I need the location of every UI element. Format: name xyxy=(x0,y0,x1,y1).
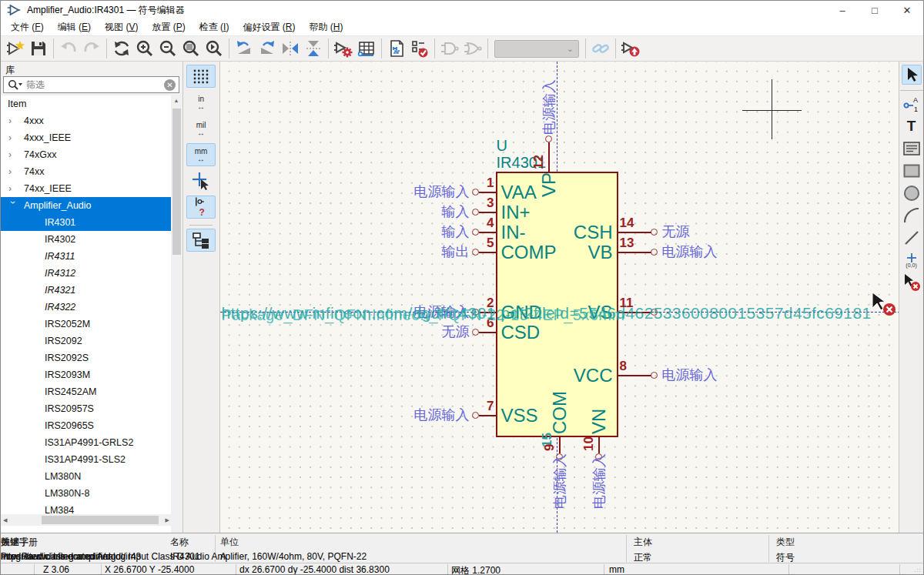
export-symbol-button[interactable] xyxy=(619,38,642,59)
pin-9-number[interactable]: 9 xyxy=(543,444,557,451)
tree-item-74xx_IEEE[interactable]: ›74xx_IEEE xyxy=(1,180,172,197)
symbol-properties-button[interactable] xyxy=(332,38,355,59)
library-filter-input[interactable] xyxy=(26,79,164,90)
pin-4-line[interactable] xyxy=(479,232,496,233)
pin-12-circle[interactable] xyxy=(545,135,552,142)
pin-13-name[interactable]: VB xyxy=(521,242,613,262)
line-tool[interactable] xyxy=(902,228,922,248)
pin-7-type-label[interactable]: 电源输入 xyxy=(317,408,470,422)
zoom-selection-button[interactable] xyxy=(203,38,226,59)
text-tool[interactable]: T xyxy=(902,116,922,136)
pin-3-type-label[interactable]: 输入 xyxy=(317,205,470,219)
pin-5-type-label[interactable]: 输出 xyxy=(317,245,470,259)
clear-filter-icon[interactable]: ✕ xyxy=(164,79,176,91)
tree-item-IR4302[interactable]: IR4302 xyxy=(1,231,172,248)
pin-8-line[interactable] xyxy=(618,375,651,376)
pin-14-name[interactable]: CSH xyxy=(521,222,613,242)
mirror-vertical-button[interactable] xyxy=(302,38,325,59)
sync-pins-button[interactable] xyxy=(589,38,612,59)
tree-item-IR4301[interactable]: IR4301 xyxy=(1,214,172,231)
tree-item-IS31AP4991-GRLS2[interactable]: IS31AP4991-GRLS2 xyxy=(1,434,172,451)
units-inches-button[interactable]: in↔ xyxy=(186,91,216,114)
tree-item-IRS2052M[interactable]: IRS2052M xyxy=(1,316,172,333)
pin-tool[interactable]: A1 xyxy=(902,94,922,114)
demorgan-standard-button[interactable] xyxy=(438,38,461,59)
menu-R[interactable]: 偏好设置 (R) xyxy=(236,19,302,35)
tree-item-IR4322[interactable]: IR4322 xyxy=(1,299,172,316)
close-button[interactable]: ✕ xyxy=(891,1,923,19)
pin-7-name[interactable]: VSS xyxy=(501,406,538,426)
menu-I[interactable]: 检查 (I) xyxy=(192,19,236,35)
symbol-reference[interactable]: U xyxy=(497,137,507,155)
expander-icon[interactable]: › xyxy=(8,132,18,143)
pin-6-line[interactable] xyxy=(479,332,496,333)
select-tool[interactable] xyxy=(902,65,922,85)
pin-13-number[interactable]: 13 xyxy=(620,236,648,250)
pin-4-type-label[interactable]: 输入 xyxy=(317,225,470,239)
pin-4-number[interactable]: 4 xyxy=(471,216,494,230)
textbox-tool[interactable] xyxy=(902,139,922,159)
pin-14-line[interactable] xyxy=(618,232,651,233)
pin-10-line[interactable] xyxy=(598,437,600,453)
pin-13-circle[interactable] xyxy=(651,249,658,256)
zoom-in-button[interactable] xyxy=(133,38,156,59)
demorgan-alternate-button[interactable] xyxy=(461,38,484,59)
vscroll-thumb[interactable] xyxy=(172,109,181,255)
tree-item-IRS20965S[interactable]: IRS20965S xyxy=(1,417,172,434)
new-symbol-button[interactable] xyxy=(4,38,27,59)
hscroll-thumb[interactable] xyxy=(42,516,159,524)
pin-5-line[interactable] xyxy=(479,252,496,253)
pin-1-type-label[interactable]: 电源输入 xyxy=(317,185,470,199)
refresh-view-button[interactable] xyxy=(110,38,133,59)
datasheet-button[interactable] xyxy=(385,38,408,59)
circle-tool[interactable] xyxy=(902,183,922,203)
pin-14-number[interactable]: 14 xyxy=(620,216,648,230)
pin-3-line[interactable] xyxy=(479,212,496,213)
pin-9-line[interactable] xyxy=(559,437,561,453)
unit-select[interactable]: ⌄ xyxy=(494,40,579,58)
tree-item-Amplifier_Audio[interactable]: ›Amplifier_Audio xyxy=(1,197,172,214)
rotate-cw-button[interactable] xyxy=(256,38,279,59)
pin-12-number[interactable]: 12 xyxy=(532,155,546,169)
pin-3-name[interactable]: IN+ xyxy=(501,202,531,222)
grid-toggle-button[interactable] xyxy=(186,65,216,88)
cursor-shape-button[interactable] xyxy=(186,169,216,192)
pin-10-type-label[interactable]: 电源输入 xyxy=(592,453,606,509)
tree-item-LM380N[interactable]: LM380N xyxy=(1,468,172,485)
menu-V[interactable]: 视图 (V) xyxy=(98,19,145,35)
erc-check-button[interactable] xyxy=(408,38,431,59)
expander-icon[interactable]: › xyxy=(8,201,18,210)
redo-button[interactable] xyxy=(80,38,103,59)
tree-item-IS31AP4991-SLS2[interactable]: IS31AP4991-SLS2 xyxy=(1,451,172,468)
units-mils-button[interactable]: mil↔ xyxy=(186,117,216,140)
pin-9-type-label[interactable]: 电源输入 xyxy=(553,453,567,509)
tree-item-4xxx_IEEE[interactable]: ›4xxx_IEEE xyxy=(1,129,172,146)
rotate-ccw-button[interactable] xyxy=(233,38,256,59)
delete-tool[interactable] xyxy=(902,272,922,293)
minimize-button[interactable]: – xyxy=(826,1,859,19)
pin-8-circle[interactable] xyxy=(651,372,658,379)
pin-6-type-label[interactable]: 无源 xyxy=(317,325,470,339)
pin-7-line[interactable] xyxy=(479,415,496,416)
tree-item-IR4321[interactable]: IR4321 xyxy=(1,282,172,299)
pin-electrical-type-toggle[interactable]: ? xyxy=(186,196,216,219)
pin-5-number[interactable]: 5 xyxy=(471,236,494,250)
tree-item-4xxx[interactable]: ›4xxx xyxy=(1,112,172,129)
pin-6-name[interactable]: CSD xyxy=(501,323,541,343)
pin-9-name[interactable]: COM xyxy=(550,391,570,434)
pin-13-line[interactable] xyxy=(618,252,651,253)
editor-canvas[interactable]: U IR4301 1VAA电源输入3IN+输入4IN-输入5COMP输出2GND… xyxy=(220,62,899,533)
expander-icon[interactable]: › xyxy=(8,183,18,194)
expander-icon[interactable]: › xyxy=(8,115,18,126)
pin-3-number[interactable]: 3 xyxy=(471,196,494,210)
tree-vertical-scrollbar[interactable]: ▲ ▼ xyxy=(171,95,182,575)
pin-12-line[interactable] xyxy=(548,142,550,172)
arc-tool[interactable] xyxy=(902,206,922,226)
menu-H[interactable]: 帮助 (H) xyxy=(302,19,350,35)
pin-12-name[interactable]: VP xyxy=(539,172,559,197)
pin-table-button[interactable] xyxy=(355,38,378,59)
tree-horizontal-scrollbar[interactable]: ◀ ▶ xyxy=(1,514,172,526)
expander-icon[interactable]: › xyxy=(8,149,18,160)
pin-7-number[interactable]: 7 xyxy=(471,399,494,413)
rectangle-tool[interactable] xyxy=(902,161,922,181)
